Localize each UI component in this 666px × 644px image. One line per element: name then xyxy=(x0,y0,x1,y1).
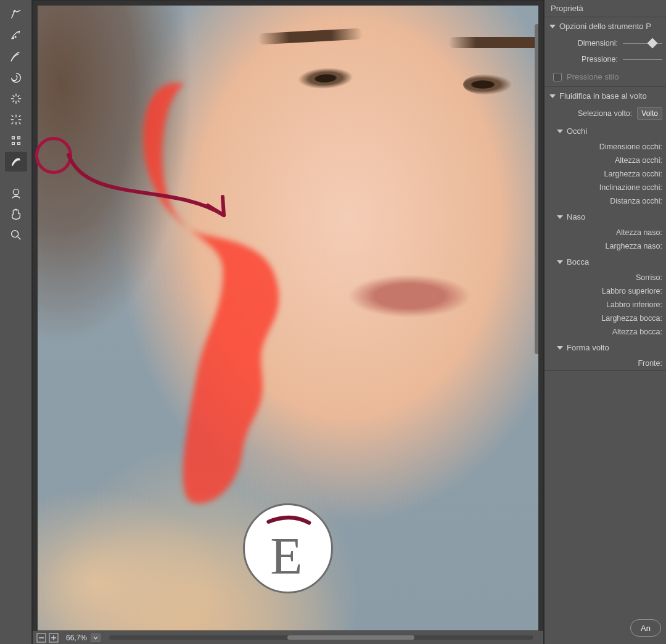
watermark-letter: E xyxy=(270,527,302,583)
eyes-row: Distanza occhi: xyxy=(545,194,666,208)
freeze-mask-overlay xyxy=(113,43,333,543)
status-bar: 66,7% xyxy=(33,630,543,644)
pucker-tool[interactable] xyxy=(5,89,27,109)
select-face-dropdown[interactable]: Volto xyxy=(637,107,662,120)
push-left-tool[interactable] xyxy=(5,131,27,151)
stylus-checkbox[interactable] xyxy=(553,73,562,81)
chevron-down-icon xyxy=(557,130,563,133)
nose-row: Larghezza naso: xyxy=(545,239,666,253)
zoom-level[interactable]: 66,7% xyxy=(66,634,87,642)
eyes-label: Distanza occhi: xyxy=(552,197,662,205)
mouth-row: Altezza bocca: xyxy=(545,325,666,339)
chevron-down-icon xyxy=(549,94,556,98)
size-label: Dimensioni: xyxy=(552,39,618,47)
vertical-scrollbar[interactable] xyxy=(533,24,538,556)
reconstruct-tool[interactable] xyxy=(5,26,27,46)
face-shape-label: Fronte: xyxy=(552,359,662,368)
eyes-row: Inclinazione occhi: xyxy=(545,181,666,194)
bloat-tool[interactable] xyxy=(5,110,27,130)
eyes-row: Larghezza occhi: xyxy=(545,167,666,181)
mouth-row: Labbro superiore: xyxy=(545,284,666,298)
eyes-label: Altezza occhi: xyxy=(552,156,662,165)
chevron-down-icon xyxy=(557,215,563,219)
cancel-button[interactable]: An xyxy=(630,619,661,637)
mouth-row: Sorriso: xyxy=(545,271,666,284)
horizontal-scrollbar[interactable] xyxy=(109,635,533,640)
svg-point-2 xyxy=(13,189,18,195)
mouth-label: Altezza bocca: xyxy=(552,328,662,336)
svg-point-0 xyxy=(12,38,14,39)
pressure-slider[interactable] xyxy=(623,54,662,65)
smooth-tool[interactable] xyxy=(5,47,27,67)
twirl-tool[interactable] xyxy=(5,68,27,88)
eyes-row: Dimensione occhi: xyxy=(545,140,666,154)
section-mouth[interactable]: Bocca xyxy=(545,253,666,271)
face-shape-row: Fronte: xyxy=(545,357,666,370)
properties-panel: Proprietà Opzioni dello strumento P Dime… xyxy=(544,0,666,644)
stylus-label: Pressione stilo xyxy=(567,72,619,81)
pressure-label: Pressione: xyxy=(552,55,618,64)
nose-label: Altezza naso: xyxy=(552,228,662,237)
eyes-label: Dimensione occhi: xyxy=(552,142,662,151)
freeze-mask-tool[interactable] xyxy=(5,152,27,171)
section-face-aware[interactable]: Fluidifica in base al volto xyxy=(545,87,666,105)
mouth-row: Labbro inferiore: xyxy=(545,298,666,312)
mouth-label: Larghezza bocca: xyxy=(552,314,662,323)
chevron-down-icon xyxy=(557,346,563,350)
panel-title: Proprietà xyxy=(545,0,666,17)
zoom-dropdown[interactable] xyxy=(91,634,101,642)
svg-point-3 xyxy=(11,231,18,237)
forward-warp-tool[interactable] xyxy=(5,5,27,25)
hand-tool[interactable] xyxy=(5,204,27,224)
section-eyes[interactable]: Occhi xyxy=(545,122,666,140)
section-face-shape[interactable]: Forma volto xyxy=(545,339,666,357)
canvas-area: E 66,7% xyxy=(32,0,544,644)
zoom-tool[interactable] xyxy=(5,225,27,245)
nose-row: Altezza naso: xyxy=(545,226,666,239)
mouth-label: Labbro inferiore: xyxy=(552,300,662,309)
face-tool[interactable] xyxy=(5,183,27,203)
image-canvas[interactable]: E xyxy=(38,6,538,630)
eyes-label: Larghezza occhi: xyxy=(552,170,662,178)
mouth-row: Larghezza bocca: xyxy=(545,312,666,325)
nose-label: Larghezza naso: xyxy=(552,242,662,250)
zoom-in-icon[interactable] xyxy=(49,633,59,643)
watermark-badge: E xyxy=(243,503,333,593)
svg-point-1 xyxy=(15,36,16,38)
liquify-toolbar xyxy=(0,0,32,644)
section-nose[interactable]: Naso xyxy=(545,208,666,226)
chevron-down-icon xyxy=(549,25,556,28)
zoom-out-icon[interactable] xyxy=(36,633,46,643)
eyes-label: Inclinazione occhi: xyxy=(552,183,662,192)
select-face-label: Seleziona volto: xyxy=(552,109,632,118)
mouth-label: Labbro superiore: xyxy=(552,287,662,295)
chevron-down-icon xyxy=(557,260,563,264)
mouth-label: Sorriso: xyxy=(552,273,662,282)
eyes-row: Altezza occhi: xyxy=(545,154,666,167)
size-slider[interactable] xyxy=(623,38,662,49)
section-brush-options[interactable]: Opzioni dello strumento P xyxy=(545,17,666,35)
